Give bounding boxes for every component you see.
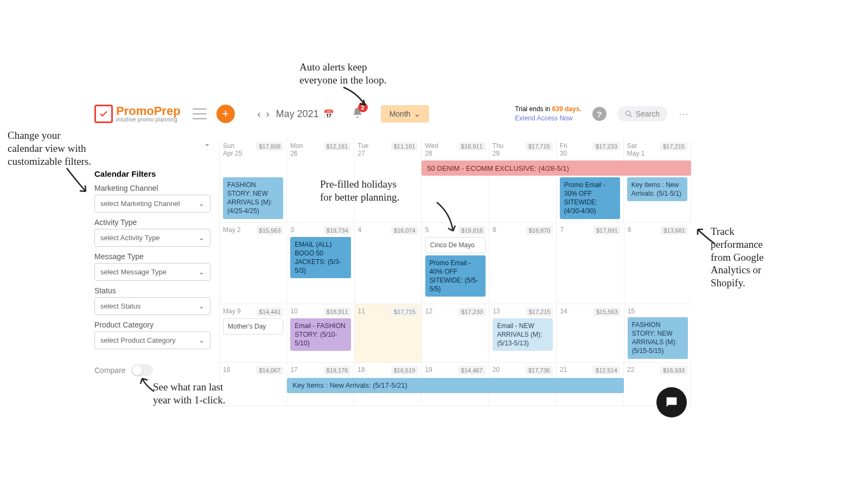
calendar-grid: Sun Apr 25$17,809FASHION STORY: NEW ARRI… — [219, 139, 691, 406]
calendar-cell[interactable]: 8$13,681 — [624, 223, 691, 304]
revenue-badge: $14,067 — [256, 366, 283, 375]
day-label: May 2 — [223, 226, 241, 234]
day-label: 13 — [493, 307, 500, 315]
calendar-row: Sun Apr 25$17,809FASHION STORY: NEW ARRI… — [220, 139, 691, 223]
calendar-banner-event[interactable]: 50 DENIM - ECOMM EXCLUSIVE: (4/28-5/1) — [422, 160, 691, 176]
annotation-alerts: Auto alerts keep everyone in the loop. — [299, 61, 386, 87]
filter-label: Activity Type — [94, 218, 210, 227]
arrow-icon — [64, 165, 91, 198]
day-label: Tue 27 — [358, 142, 368, 158]
logo[interactable]: PromoPrep intuitive promo planning — [94, 105, 181, 123]
calendar-cell[interactable]: 15FASHION STORY: NEW ARRIVALS (M): (5/15… — [624, 304, 691, 362]
logo-tagline: intuitive promo planning — [116, 117, 181, 123]
day-label: 10 — [290, 307, 297, 315]
help-icon[interactable]: ? — [592, 107, 607, 121]
filter-select[interactable]: select Message Type⌄ — [94, 263, 210, 281]
calendar-cell[interactable]: Sun Apr 25$17,809FASHION STORY: NEW ARRI… — [220, 139, 287, 222]
filter-select[interactable]: select Activity Type⌄ — [94, 229, 210, 247]
calendar-event[interactable]: Key Items : New Arrivals: (5/1-5/1) — [627, 177, 687, 201]
revenue-badge: $16,074 — [391, 226, 418, 235]
filter-select[interactable]: select Product Category⌄ — [94, 331, 210, 349]
next-icon[interactable]: › — [264, 106, 272, 122]
calendar-cell[interactable]: May 2$15,563 — [220, 223, 287, 304]
add-button[interactable]: + — [216, 105, 235, 123]
calendar-cell[interactable]: 12$17,233 — [422, 304, 489, 362]
calendar-event[interactable]: Email - FASHION STORY: (5/10-5/10) — [290, 318, 350, 351]
day-label: Sat May 1 — [627, 142, 645, 158]
day-label: Fri 30 — [560, 142, 567, 158]
calendar-cell[interactable]: 5$19,816Cinco De MayoPromo Email - 40% O… — [422, 223, 489, 304]
svg-point-0 — [626, 111, 630, 115]
date-nav: ‹ › May 2021 📅 — [256, 106, 334, 122]
calendar-icon[interactable]: 📅 — [323, 109, 334, 119]
calendar-event[interactable]: FASHION STORY: NEW ARRIVALS (M): (4/25-4… — [223, 177, 283, 219]
more-icon[interactable]: ⋯ — [676, 106, 691, 121]
calendar-event[interactable]: Email - NEW ARRIVALS (M): (5/13-5/13) — [493, 318, 553, 351]
day-label: 3 — [290, 226, 294, 234]
day-label: 7 — [560, 226, 564, 234]
calendar-cell[interactable]: 16$14,067 — [220, 363, 287, 406]
collapse-filters-icon[interactable]: ⌄ — [94, 139, 210, 147]
sidebar: ⌄ Calendar Filters Marketing Channelsele… — [94, 139, 219, 406]
view-select-button[interactable]: Month⌄ — [381, 105, 429, 123]
calendar-row: 16$14,06717$19,17618$16,51919$14,46720$1… — [220, 363, 691, 406]
day-label: Wed 28 — [425, 142, 438, 158]
filter-select[interactable]: select Marketing Channel⌄ — [94, 195, 210, 213]
calendar-cell[interactable]: 11$17,715 — [355, 304, 422, 362]
day-label: 16 — [223, 366, 230, 374]
compare-row: Compare — [94, 364, 210, 376]
calendar-cell[interactable]: 10$18,911Email - FASHION STORY: (5/10-5/… — [287, 304, 354, 362]
day-label: 20 — [493, 366, 500, 374]
revenue-badge: $12,181 — [324, 142, 351, 151]
calendar-event[interactable]: EMAIL (ALL) BOGO 50 JACKETS: (5/3-5/3) — [290, 237, 350, 279]
calendar-cell[interactable]: Mon 26$12,181 — [287, 139, 354, 222]
calendar-cell[interactable]: May 9$14,441Mother's Day — [220, 304, 287, 362]
calendar-event[interactable]: Mother's Day — [223, 318, 283, 335]
calendar-cell[interactable]: Thu 29$17,715 — [489, 139, 557, 222]
calendar-cell[interactable]: 14$15,563 — [557, 304, 624, 362]
revenue-badge: $15,563 — [257, 226, 284, 235]
day-label: Mon 26 — [290, 142, 303, 158]
day-label: 22 — [627, 366, 634, 374]
logo-name: PromoPrep — [116, 105, 181, 117]
logo-icon — [94, 105, 113, 123]
calendar-cell[interactable]: 13$17,215Email - NEW ARRIVALS (M): (5/13… — [489, 304, 557, 362]
chevron-down-icon: ⌄ — [199, 268, 205, 276]
day-label: 15 — [628, 307, 635, 315]
filter-label: Product Category — [94, 320, 210, 329]
chat-fab[interactable] — [656, 387, 687, 418]
calendar-event[interactable]: Promo Email - 40% OFF SITEWIDE: (5/5-5/5… — [425, 255, 486, 297]
chevron-down-icon: ⌄ — [199, 302, 205, 310]
filter-label: Message Type — [94, 252, 210, 261]
prev-icon[interactable]: ‹ — [256, 106, 263, 122]
app-window: PromoPrep intuitive promo planning + ‹ ›… — [94, 101, 691, 406]
filter-select[interactable]: select Status⌄ — [94, 297, 210, 315]
revenue-badge: $13,681 — [661, 226, 688, 235]
calendar-cell[interactable]: 6$18,870 — [489, 223, 557, 304]
day-label: Sun Apr 25 — [223, 142, 242, 158]
menu-icon[interactable] — [193, 108, 207, 119]
calendar-cell[interactable]: Tue 27$11,161 — [354, 139, 422, 222]
day-label: 17 — [290, 366, 297, 374]
calendar-cell[interactable]: 3$19,734EMAIL (ALL) BOGO 50 JACKETS: (5/… — [287, 223, 354, 304]
search-input[interactable]: Search — [617, 106, 667, 121]
revenue-badge: $17,215 — [526, 307, 553, 316]
revenue-badge: $19,734 — [324, 226, 351, 235]
chevron-down-icon: ⌄ — [199, 234, 205, 242]
extend-access-link[interactable]: Extend Access Now — [515, 114, 581, 123]
calendar-cell[interactable]: Fri 30$17,233Promo Email - 30% OFF SITEW… — [557, 139, 624, 222]
calendar-cell[interactable]: 4$16,074 — [355, 223, 422, 304]
calendar-event[interactable]: FASHION STORY: NEW ARRIVALS (M): (5/15-5… — [628, 317, 688, 359]
calendar-event[interactable]: Promo Email - 30% OFF SITEWIDE: (4/30-4/… — [560, 177, 620, 219]
alerts-icon[interactable]: 2 — [352, 107, 363, 121]
calendar-cell[interactable]: Sat May 1$17,215Key Items : New Arrivals… — [624, 139, 691, 222]
calendar-event[interactable]: Cinco De Mayo — [425, 237, 486, 253]
calendar-cell[interactable]: 7$17,891 — [557, 223, 624, 304]
calendar-banner-event[interactable]: Key Items : New Arrivals: (5/17-5/21) — [287, 378, 624, 393]
calendar-cell[interactable]: Wed 28$18,911 — [422, 139, 489, 222]
filter-label: Marketing Channel — [94, 184, 210, 192]
current-date: May 2021 — [276, 108, 319, 120]
compare-toggle[interactable] — [131, 364, 153, 376]
day-label: 5 — [425, 226, 429, 234]
day-label: May 9 — [223, 307, 241, 315]
